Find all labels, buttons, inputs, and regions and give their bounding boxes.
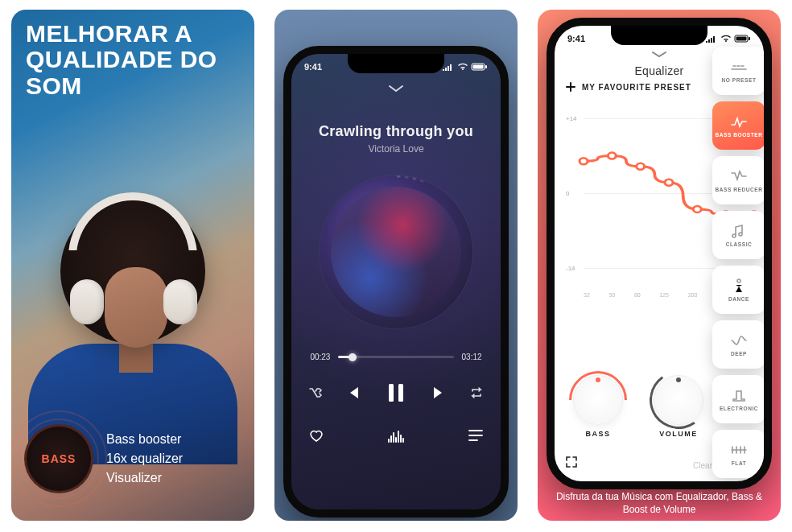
signal-icon <box>706 35 717 43</box>
preset-label: BASS BOOSTER <box>715 132 762 138</box>
volume-dial-label: VOLUME <box>659 430 698 438</box>
x-label: 125 <box>659 292 669 298</box>
flat-icon <box>730 443 748 457</box>
dials-row: BASS VOLUME <box>564 375 712 438</box>
x-label: 50 <box>608 292 615 298</box>
preset-classic[interactable]: CLASSIC <box>712 211 765 259</box>
shuffle-button[interactable] <box>308 386 323 400</box>
promo-caption: Disfruta da tua Música com Equalizador, … <box>538 490 781 516</box>
feature-equalizer: 16x equalizer <box>106 449 183 468</box>
classic-icon <box>730 224 748 238</box>
electronic-icon <box>730 388 748 402</box>
preset-label: FLAT <box>732 460 747 466</box>
time-total: 03:12 <box>462 353 482 361</box>
chevron-down-icon[interactable] <box>650 50 669 60</box>
svg-point-12 <box>693 206 701 212</box>
feature-row: BASS Bass booster 16x equalizer Visualiz… <box>24 424 183 493</box>
y-label-mid: 0 <box>566 190 569 197</box>
wifi-icon <box>457 63 468 71</box>
preset-label: DEEP <box>731 351 747 357</box>
preset-hiphop[interactable]: HIPHOP <box>712 485 765 489</box>
bass-reducer-icon <box>730 169 748 184</box>
x-label: 200 <box>688 292 698 298</box>
playlist-icon[interactable] <box>468 429 484 442</box>
plus-icon <box>566 82 575 92</box>
volume-dial[interactable]: VOLUME <box>650 375 707 438</box>
status-icons <box>706 35 751 43</box>
preset-label: ELECTRONIC <box>720 406 758 411</box>
promo-panel-player: 9:41 Crawling through you Victoria Love … <box>274 10 518 521</box>
bass-booster-icon <box>730 114 748 129</box>
my-preset-label: MY FAVOURITE PRESET <box>582 83 691 92</box>
wifi-icon <box>720 35 732 43</box>
eq-footer: Clear <box>566 456 712 470</box>
preset-label: DANCE <box>728 296 749 302</box>
signal-icon <box>443 63 454 71</box>
promo-headline: MELHORAR A QUALIDADE DO SOM <box>26 21 254 99</box>
status-time: 9:41 <box>567 34 585 43</box>
deep-icon <box>730 333 748 348</box>
song-artist: Victoria Love <box>368 143 423 155</box>
status-icons <box>443 63 488 71</box>
bass-badge-label: BASS <box>42 452 76 465</box>
preset-bass-booster[interactable]: BASS BOOSTER <box>712 101 765 150</box>
song-title: Crawling through you <box>319 123 473 140</box>
previous-button[interactable] <box>344 384 361 402</box>
time-elapsed: 00:23 <box>310 353 330 361</box>
y-label-top: +14 <box>566 115 577 122</box>
chevron-down-icon[interactable] <box>386 83 406 94</box>
equalizer-bars-icon[interactable] <box>387 428 405 443</box>
next-button[interactable] <box>431 384 448 402</box>
repeat-button[interactable] <box>469 386 484 400</box>
preset-no-preset[interactable]: NO PRESET <box>712 47 765 95</box>
y-label-bot: -14 <box>566 264 575 271</box>
preset-electronic[interactable]: ELECTRONIC <box>712 375 765 423</box>
svg-rect-7 <box>749 37 750 40</box>
svg-point-8 <box>580 158 588 164</box>
play-pause-button[interactable] <box>382 379 410 406</box>
visualizer-ring <box>320 175 472 328</box>
phone-mock-player: 9:41 Crawling through you Victoria Love … <box>283 46 509 518</box>
promo-panel-equalizer: 9:41 Equalizer MY FAVOURITE PRESET +14 <box>538 10 781 521</box>
battery-icon <box>735 35 751 43</box>
svg-rect-6 <box>736 37 747 41</box>
preset-dance[interactable]: DANCE <box>712 266 765 314</box>
preset-flat[interactable]: FLAT <box>712 430 765 478</box>
svg-point-11 <box>665 179 673 186</box>
preset-label: BASS REDUCER <box>715 187 762 192</box>
preset-bass-reducer[interactable]: BASS REDUCER <box>712 156 765 204</box>
svg-rect-1 <box>473 65 484 69</box>
bass-dial-label: BASS <box>585 430 610 438</box>
phone-notch <box>611 26 707 45</box>
preset-label: NO PRESET <box>722 77 757 83</box>
svg-point-10 <box>637 163 645 170</box>
preset-deep[interactable]: DEEP <box>712 320 765 369</box>
feature-visualizer: Visualizer <box>106 468 183 488</box>
svg-point-9 <box>608 153 616 159</box>
svg-rect-3 <box>389 384 394 402</box>
bass-badge: BASS <box>24 424 93 493</box>
battery-icon <box>472 63 488 71</box>
no-preset-icon <box>730 60 748 74</box>
preset-sidebar: NO PRESETBASS BOOSTERBASS REDUCERCLASSIC… <box>712 47 770 489</box>
status-bar: 9:41 <box>291 54 501 76</box>
player-screen: 9:41 Crawling through you Victoria Love … <box>291 54 501 509</box>
phone-mock-equalizer: 9:41 Equalizer MY FAVOURITE PRESET +14 <box>547 18 772 489</box>
clear-button[interactable]: Clear <box>693 461 712 470</box>
seek-track[interactable] <box>338 356 453 358</box>
expand-icon[interactable] <box>566 456 577 470</box>
x-label: 32 <box>584 292 590 298</box>
dance-icon <box>730 278 748 293</box>
progress-row: 00:23 03:12 <box>310 353 481 361</box>
bass-dial[interactable]: BASS <box>569 375 627 438</box>
svg-rect-2 <box>485 65 487 68</box>
preset-label: CLASSIC <box>726 241 753 247</box>
x-label: 80 <box>634 292 641 298</box>
player-bottom-row <box>308 427 484 443</box>
favorite-icon[interactable] <box>308 427 324 443</box>
feature-bass-booster: Bass booster <box>106 430 183 449</box>
feature-list: Bass booster 16x equalizer Visualizer <box>106 430 183 488</box>
status-time: 9:41 <box>304 62 322 72</box>
svg-rect-4 <box>398 384 403 402</box>
player-controls <box>308 379 484 406</box>
